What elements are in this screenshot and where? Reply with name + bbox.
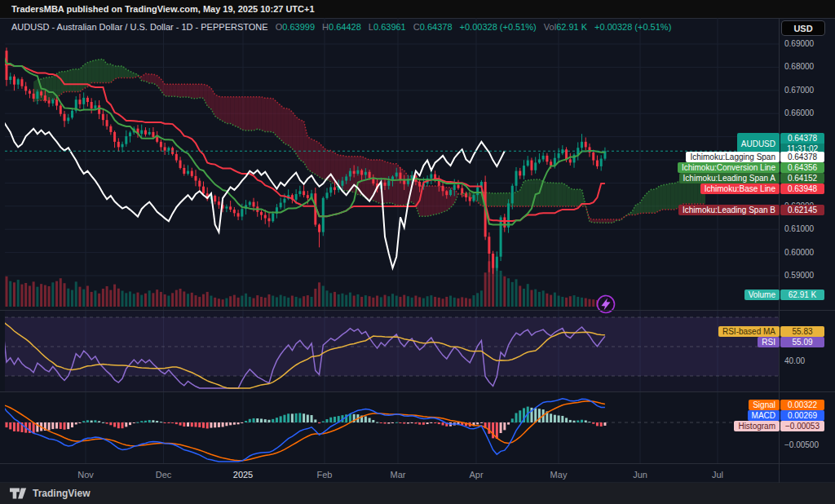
price-tick: 0.68000 bbox=[784, 62, 814, 71]
time-tick: May bbox=[550, 470, 568, 480]
footer-bar: TradingView bbox=[0, 483, 835, 504]
symbol-title[interactable]: AUDUSD - Australian Dollar / U.S. Dollar… bbox=[11, 22, 268, 32]
tradingview-logo-icon[interactable] bbox=[10, 488, 28, 499]
time-tick: Mar bbox=[391, 470, 406, 480]
price-tick: 0.66000 bbox=[784, 108, 814, 117]
open-label: O bbox=[276, 22, 283, 32]
time-tick: Nov bbox=[77, 470, 94, 480]
price-tick: 0.59000 bbox=[784, 271, 814, 280]
vol-label: Vol bbox=[544, 22, 556, 32]
price-tick: 0.60000 bbox=[784, 248, 814, 257]
time-tick: Apr bbox=[469, 470, 483, 480]
high-value: 0.64428 bbox=[329, 22, 361, 32]
tradingview-screenshot: TradersMBA published on TradingView.com,… bbox=[0, 0, 835, 504]
macd-axis-tick: −0.00500 bbox=[784, 440, 819, 449]
open-value: 0.63999 bbox=[282, 22, 315, 32]
time-tick: Jun bbox=[633, 470, 647, 480]
chart-canvas[interactable] bbox=[0, 0, 835, 504]
label-ichimoku-conversion-line[interactable]: Ichimoku:Conversion Line0.64356 bbox=[678, 162, 824, 173]
label-macd-signal[interactable]: Signal0.00322 bbox=[749, 400, 824, 410]
label-rsi[interactable]: RSI55.09 bbox=[758, 337, 824, 347]
label-ichimoku-leading-span-b[interactable]: Ichimoku:Leading Span B0.62145 bbox=[678, 205, 824, 215]
currency-toggle-label: USD bbox=[793, 24, 812, 33]
price-tick: 0.69000 bbox=[784, 39, 814, 48]
rsi-axis-tick: 40.00 bbox=[784, 356, 805, 365]
time-tick: Feb bbox=[317, 470, 333, 480]
label-volume[interactable]: Volume62.91 K bbox=[744, 290, 824, 300]
vol-change-value: +0.00328 (+0.51%) bbox=[594, 22, 671, 32]
label-rsi-based-ma[interactable]: RSI-based MA55.83 bbox=[718, 326, 824, 337]
label-macd-histogram[interactable]: Histogram−0.00053 bbox=[734, 421, 824, 431]
price-tick: 0.67000 bbox=[784, 86, 814, 95]
close-label: C bbox=[413, 22, 420, 32]
low-value: 0.63961 bbox=[373, 22, 406, 32]
time-tick: Dec bbox=[156, 470, 172, 480]
price-tick: 0.61000 bbox=[784, 224, 814, 233]
high-label: H bbox=[322, 22, 329, 32]
close-value: 0.64378 bbox=[420, 22, 453, 32]
time-tick: 2025 bbox=[233, 470, 253, 480]
label-ichimoku-base-line[interactable]: Ichimoku:Base Line0.63948 bbox=[700, 183, 824, 194]
label-ichimoku-lagging-span[interactable]: Ichimoku:Lagging Span0.64378 bbox=[686, 152, 824, 162]
change-value: +0.00328 (+0.51%) bbox=[460, 22, 537, 32]
time-tick: Jul bbox=[712, 470, 723, 480]
label-ichimoku-leading-span-a[interactable]: Ichimoku:Leading Span A0.64152 bbox=[679, 173, 824, 183]
label-macd[interactable]: MACD0.00269 bbox=[748, 410, 824, 421]
tradingview-logo-text[interactable]: TradingView bbox=[33, 488, 90, 499]
currency-toggle-button[interactable]: USD bbox=[781, 20, 825, 36]
chart-legend: AUDUSD - Australian Dollar / U.S. Dollar… bbox=[11, 22, 671, 32]
vol-value: 62.91 K bbox=[556, 22, 587, 32]
